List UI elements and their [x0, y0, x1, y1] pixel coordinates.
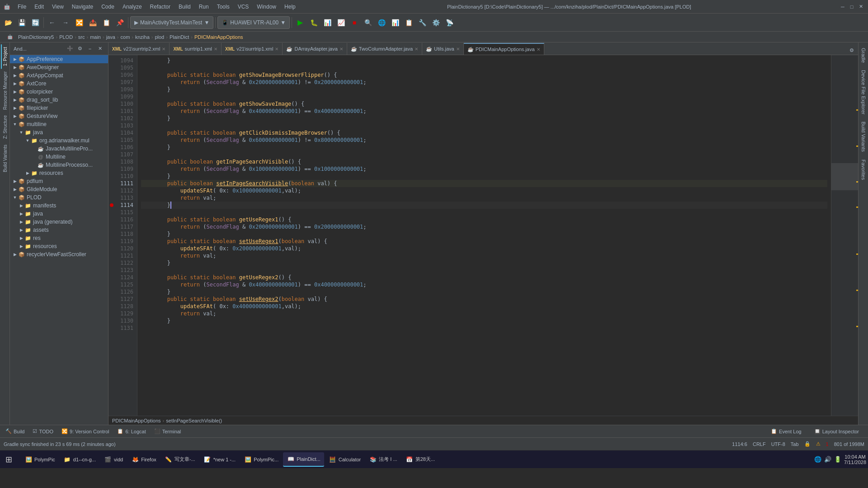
clock[interactable]: 10:04 AM 7/11/2028	[844, 454, 866, 465]
tree-item-apppreference[interactable]: ▶ 📦 AppPreference	[10, 55, 108, 63]
tab-resource-manager[interactable]: Resource Manager	[1, 69, 9, 113]
coverage-button[interactable]: 📊	[321, 16, 334, 29]
toolbar-sync[interactable]: 🔄	[29, 16, 42, 29]
breadcrumb-plod[interactable]: PLOD	[59, 34, 73, 40]
tools-button[interactable]: ⚙️	[429, 16, 442, 29]
menu-edit[interactable]: Edit	[31, 3, 47, 11]
breadcrumb-knziha[interactable]: knziha	[135, 34, 150, 40]
tab-close[interactable]: ✕	[275, 47, 278, 52]
tree-item-res[interactable]: ▶ 📁 res	[10, 234, 108, 242]
tab-close[interactable]: ✕	[214, 47, 217, 52]
btab-logcat[interactable]: 📋 6: Logcat	[113, 426, 149, 437]
settings-button[interactable]: 🔧	[416, 16, 429, 29]
menu-run[interactable]: Run	[195, 3, 212, 11]
tab-close[interactable]: ✕	[456, 47, 460, 52]
tree-item-manifests[interactable]: ▶ 📁 manifests	[10, 202, 108, 210]
sidebar-settings-btn[interactable]: ⚙	[75, 44, 85, 53]
breadcrumb-main[interactable]: main	[90, 34, 101, 40]
tree-item-recyclerview[interactable]: ▶ 📦 recyclerViewFastScroller	[10, 250, 108, 258]
toolbar-open[interactable]: 📂	[2, 16, 14, 29]
tab-utils[interactable]: ☕ Utils.java ✕	[422, 43, 464, 55]
menu-build[interactable]: Build	[175, 3, 194, 11]
tree-item-org-adrianwalker[interactable]: ▼ 📁 org.adrianwalker.mul	[10, 136, 108, 145]
editor-tab-settings[interactable]: ⚙	[847, 46, 856, 55]
memory-usage[interactable]: 801 of 1998M	[834, 441, 864, 447]
tab-v21-surrtrip1-xml[interactable]: XML v21\surrtrip1.xml ✕	[222, 43, 283, 55]
menu-view[interactable]: View	[48, 3, 67, 11]
maximize-button[interactable]: □	[848, 3, 855, 10]
tab-build-variants-right[interactable]: Build Variants	[859, 118, 868, 155]
tree-item-resources-plod[interactable]: ▶ 📁 resources	[10, 242, 108, 250]
tab-twocolumnadapter[interactable]: ☕ TwoColumnAdapter.java ✕	[347, 43, 422, 55]
search-button[interactable]: 🔍	[362, 16, 374, 29]
tree-item-colorpicker[interactable]: ▶ 📦 colorpicker	[10, 88, 108, 96]
indent-type[interactable]: Tab	[791, 441, 799, 447]
btab-event-log[interactable]: 📋 Event Log	[767, 426, 805, 437]
breadcrumb-options[interactable]: PDICMainAppOptions	[194, 34, 243, 40]
taskbar-fakao[interactable]: 📚 法考 I ...	[365, 452, 401, 467]
tab-structure[interactable]: Z: Structure	[1, 113, 9, 141]
toolbar-save[interactable]: 💾	[15, 16, 28, 29]
toolbar-btn1[interactable]: 📤	[86, 16, 99, 29]
btab-version-control[interactable]: 🔀 9: Version Control	[58, 426, 113, 437]
tree-item-gestureview[interactable]: ▶ 📦 GestureView	[10, 112, 108, 120]
tab-project[interactable]: 1: Project	[1, 44, 9, 69]
menu-vcs[interactable]: VCS	[234, 3, 253, 11]
tab-darrayadapter[interactable]: ☕ DArrayAdapter.java ✕	[283, 43, 347, 55]
breadcrumb-com[interactable]: com	[121, 34, 130, 40]
menu-tools[interactable]: Tools	[213, 3, 233, 11]
taskbar-polymic2[interactable]: 🖼️ PolymPic...	[240, 452, 282, 467]
debug-button[interactable]: 🐛	[307, 16, 320, 29]
taskbar-calculator[interactable]: 🧮 Calculator	[325, 452, 365, 467]
breadcrumb-java[interactable]: java	[106, 34, 115, 40]
taskbar-notepad[interactable]: 📝 *new 1 -...	[200, 452, 240, 467]
menu-file[interactable]: File	[14, 3, 30, 11]
line-ending[interactable]: CRLF	[753, 441, 766, 447]
taskbar-plaindictionary[interactable]: 📖 PlainDict...	[283, 452, 324, 467]
menu-window[interactable]: Window	[253, 3, 280, 11]
tree-item-multiline-class[interactable]: @ Multiline	[10, 153, 108, 161]
tree-item-pdfium[interactable]: ▶ 📦 pdfium	[10, 177, 108, 185]
device-selector[interactable]: 📱 HUAWEI VTR-AL00 ▼	[217, 16, 290, 29]
tree-item-axtcore[interactable]: ▶ 📦 AxtCore	[10, 80, 108, 88]
close-button[interactable]: ✕	[857, 3, 864, 10]
profile-button[interactable]: 📈	[335, 16, 347, 29]
tab-close[interactable]: ✕	[162, 47, 165, 52]
tab-close[interactable]: ✕	[340, 47, 343, 52]
tab-gradle[interactable]: Gradle	[859, 44, 868, 66]
tab-close[interactable]: ✕	[537, 47, 540, 52]
menu-code[interactable]: Code	[98, 3, 118, 11]
breadcrumb-plaindict[interactable]: PlainDict	[170, 34, 189, 40]
toolbar-build-actions[interactable]: 🔀	[73, 16, 85, 29]
tree-item-plod[interactable]: ▼ 📦 PLOD	[10, 193, 108, 202]
tab-build-variants[interactable]: Build Variants	[1, 142, 9, 175]
tree-item-axtappcompat[interactable]: ▶ 📦 AxtAppCompat	[10, 71, 108, 80]
tab-pdicmainappoptions[interactable]: ☕ PDICMainAppOptions.java ✕	[464, 43, 544, 55]
taskbar-d1-folder[interactable]: 📁 d1--cn-g...	[60, 452, 99, 467]
tab-surrtrip2-xml[interactable]: XML v21\surrtrip2.xml ✕	[108, 43, 170, 55]
run-config-selector[interactable]: ▶ MainActivityTest.MainTest ▼	[130, 16, 213, 29]
tab-close[interactable]: ✕	[415, 47, 418, 52]
taskbar-vidd[interactable]: 🎬 vidd	[100, 452, 127, 467]
tree-item-multilineprocesso[interactable]: ☕ MultilineProcesso...	[10, 161, 108, 169]
tree-item-java[interactable]: ▼ 📁 java	[10, 128, 108, 136]
taskbar-28tian[interactable]: 📅 第28天...	[402, 452, 439, 467]
btab-todo[interactable]: ☑ TODO	[29, 426, 57, 437]
tree-item-javamultilinepro[interactable]: ☕ JavacMultilinePro...	[10, 145, 108, 153]
layout-btn1[interactable]: 📊	[389, 16, 401, 29]
menu-analyze[interactable]: Analyze	[119, 3, 146, 11]
btab-terminal[interactable]: ⬛ Terminal	[151, 426, 185, 437]
menu-navigate[interactable]: Navigate	[68, 3, 97, 11]
layout-btn2[interactable]: 📋	[402, 16, 415, 29]
start-button[interactable]: ⊞	[2, 452, 20, 467]
btab-build[interactable]: 🔨 Build	[2, 426, 28, 437]
breadcrumb-plod2[interactable]: plod	[155, 34, 164, 40]
stop-button[interactable]: ■	[348, 16, 361, 29]
menu-help[interactable]: Help	[281, 3, 299, 11]
taskbar-editor[interactable]: ✏️ 写文章-...	[161, 452, 199, 467]
editor-scrollbar[interactable]	[831, 55, 858, 416]
tab-favorites[interactable]: Favorites	[859, 156, 868, 183]
file-encoding[interactable]: UTF-8	[771, 441, 785, 447]
btab-layout-inspector[interactable]: 🔲 Layout Inspector	[811, 426, 863, 437]
breadcrumb-src[interactable]: src	[78, 34, 85, 40]
